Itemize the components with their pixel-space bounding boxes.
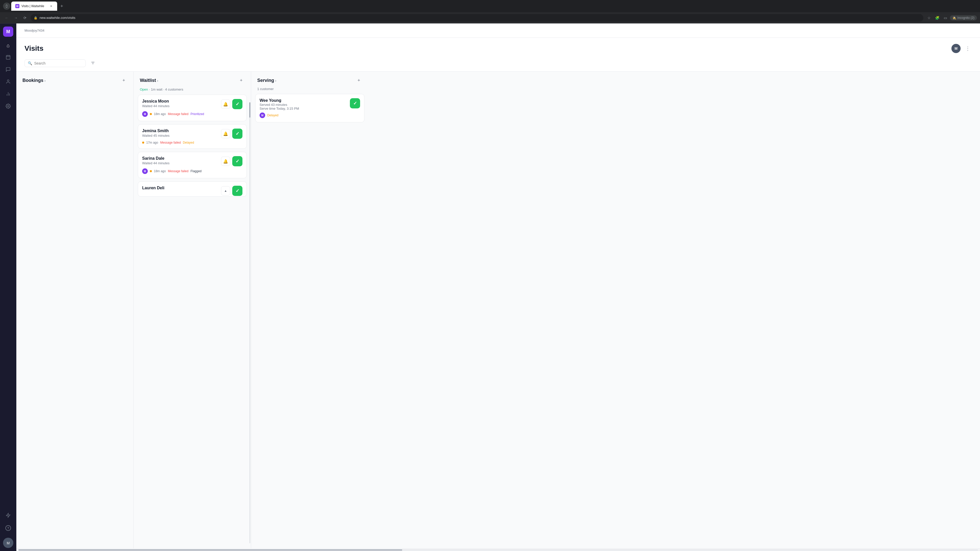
serving-column-content: Wee Young Served 43 minutes Serve time T… — [251, 94, 369, 548]
waitlist-add-button[interactable]: + — [238, 77, 245, 84]
bell-button-lauren[interactable]: ▲ — [221, 186, 230, 195]
main-content: Moodjoy7434 Visits M ⋮ 🔍 — [16, 24, 980, 551]
sidebar-item-lightning[interactable] — [3, 510, 14, 521]
filter-button[interactable] — [89, 59, 97, 67]
bell-button-sarina[interactable]: 🔔 — [221, 157, 230, 166]
serving-column-title: Serving — [257, 78, 274, 83]
tab-switcher[interactable] — [3, 3, 10, 10]
scrollbar-track — [18, 549, 978, 551]
check-button-wee[interactable]: ✓ — [350, 98, 360, 108]
back-button[interactable]: ← — [3, 14, 10, 21]
bookings-add-button[interactable]: + — [120, 77, 127, 84]
visit-card-sarina-dale[interactable]: Sarina Dale Waited 44 minutes 🔔 ✓ M 1 — [138, 152, 247, 178]
meta-tag-jessica: Prioritized — [190, 112, 204, 116]
tab-close-button[interactable]: ✕ — [49, 4, 53, 8]
scroll-track — [249, 102, 250, 543]
new-tab-button[interactable]: + — [58, 3, 65, 10]
incognito-badge[interactable]: 🕵 Incognito (2) — [950, 15, 977, 21]
visit-waited-sarina: Waited 44 minutes — [142, 161, 169, 165]
check-button-jessica[interactable]: ✓ — [232, 99, 242, 109]
serving-card-wee-header: Wee Young Served 43 minutes Serve time T… — [259, 98, 360, 110]
svg-point-8 — [8, 105, 9, 106]
svg-rect-0 — [6, 56, 10, 59]
bottom-scrollbar — [16, 548, 980, 551]
page-header: Visits M ⋮ — [16, 38, 980, 57]
visit-card-sarina-header: Sarina Dale Waited 44 minutes 🔔 ✓ — [142, 156, 242, 166]
search-icon: 🔍 — [28, 61, 32, 65]
chat-icon — [6, 67, 11, 73]
extensions-button[interactable]: 🧩 — [934, 14, 941, 21]
columns-container: Bookings › + Waitlist › + — [16, 72, 980, 548]
serving-column-header: Serving › + — [251, 72, 369, 87]
incognito-icon: 🕵 — [953, 16, 956, 20]
lock-icon: 🔒 — [34, 16, 38, 20]
home-icon: ⌂ — [6, 43, 10, 48]
visit-card-jessica-moon[interactable]: Jessica Moon Waited 44 minutes 🔔 ✓ M — [138, 95, 247, 121]
split-view-button[interactable]: ▭ — [942, 14, 949, 21]
column-bookings: Bookings › + — [16, 72, 134, 548]
bell-button-jemina[interactable]: 🔔 — [221, 129, 230, 138]
tab-title: Visits | Waitwhile — [21, 4, 47, 8]
sidebar: M ⌂ — [0, 24, 16, 551]
sidebar-logo[interactable]: M — [3, 27, 13, 37]
serve-time-wee: Serve time Today, 3:15 PM — [259, 106, 299, 110]
browser-actions: ☆ 🧩 ▭ 🕵 Incognito (2) — [925, 14, 977, 21]
incognito-label: Incognito (2) — [957, 16, 974, 20]
visit-card-lauren-header: Lauren Deli ▲ ✓ — [142, 186, 242, 196]
waitlist-column-header: Waitlist › + — [134, 72, 251, 87]
serving-chevron-icon: › — [275, 79, 277, 83]
delay-dot-sarina — [150, 170, 152, 172]
sidebar-item-help[interactable]: ? — [3, 522, 14, 534]
serving-title-wrap[interactable]: Serving › — [257, 78, 277, 83]
visit-card-lauren-deli[interactable]: Lauren Deli ▲ ✓ — [138, 181, 247, 197]
waitlist-title-wrap[interactable]: Waitlist › — [140, 78, 158, 83]
visit-name-jemina: Jemina Smith — [142, 129, 169, 133]
serving-add-button[interactable]: + — [355, 77, 363, 84]
address-bar[interactable]: 🔒 new.waitwhile.com/visits — [30, 14, 923, 22]
sidebar-item-calendar[interactable] — [3, 52, 14, 63]
header-user-avatar[interactable]: M — [951, 44, 961, 53]
visit-actions-lauren: ▲ ✓ — [221, 186, 242, 196]
visit-card-jemina-smith[interactable]: Jemina Smith Waited 45 minutes 🔔 ✓ 17m a… — [138, 124, 247, 149]
waitlist-status: Open · 1m wait · 4 customers — [134, 87, 251, 95]
sidebar-item-analytics[interactable] — [3, 89, 14, 100]
sidebar-item-users[interactable] — [3, 76, 14, 88]
topbar: Moodjoy7434 — [16, 24, 980, 38]
forward-button[interactable]: → — [12, 14, 19, 21]
meta-tag-wee: Delayed — [267, 114, 278, 117]
user-avatar-sidebar[interactable] — [3, 538, 13, 548]
check-button-sarina[interactable]: ✓ — [232, 156, 242, 166]
serving-customer-count: 1 customer — [257, 87, 274, 91]
header-actions: M ⋮ — [951, 44, 972, 53]
meta-tag-sarina: Flagged — [190, 169, 201, 173]
visit-actions-jemina: 🔔 ✓ — [221, 129, 242, 139]
sidebar-item-settings[interactable] — [3, 101, 14, 112]
visit-name: Jessica Moon — [142, 99, 169, 103]
bell-button-jessica[interactable]: 🔔 — [221, 100, 230, 109]
header-more-button[interactable]: ⋮ — [964, 44, 972, 52]
visit-name-sarina: Sarina Dale — [142, 156, 169, 161]
search-input[interactable] — [34, 61, 83, 65]
sidebar-item-chat[interactable] — [3, 64, 14, 76]
reload-button[interactable]: ⟳ — [21, 14, 29, 21]
meta-message-status-jemina: Message failed — [160, 141, 181, 144]
check-button-jemina[interactable]: ✓ — [232, 129, 242, 139]
waitlist-column-title: Waitlist — [140, 78, 156, 83]
bookings-column-content — [16, 87, 134, 548]
svg-marker-9 — [6, 513, 10, 517]
browser-chrome: W Visits | Waitwhile ✕ + — [0, 0, 980, 12]
address-bar-row: ← → ⟳ 🔒 new.waitwhile.com/visits ☆ 🧩 ▭ 🕵… — [0, 12, 980, 24]
check-button-lauren[interactable]: ✓ — [232, 186, 242, 196]
serving-card-wee-young[interactable]: Wee Young Served 43 minutes Serve time T… — [255, 94, 364, 122]
serving-info-wee: Wee Young Served 43 minutes Serve time T… — [259, 98, 299, 110]
sidebar-item-home[interactable]: ⌂ — [3, 40, 14, 51]
visit-card-jessica-header: Jessica Moon Waited 44 minutes 🔔 ✓ — [142, 99, 242, 109]
calendar-icon — [6, 55, 11, 61]
waitlist-status-details: · 1m wait · 4 customers — [149, 87, 183, 91]
active-tab[interactable]: W Visits | Waitwhile ✕ — [11, 2, 57, 11]
visit-info-lauren: Lauren Deli — [142, 186, 164, 190]
bookings-title-wrap[interactable]: Bookings › — [22, 78, 46, 83]
help-icon: ? — [5, 525, 11, 531]
bookmark-button[interactable]: ☆ — [925, 14, 932, 21]
bookings-chevron-icon: › — [45, 79, 46, 83]
